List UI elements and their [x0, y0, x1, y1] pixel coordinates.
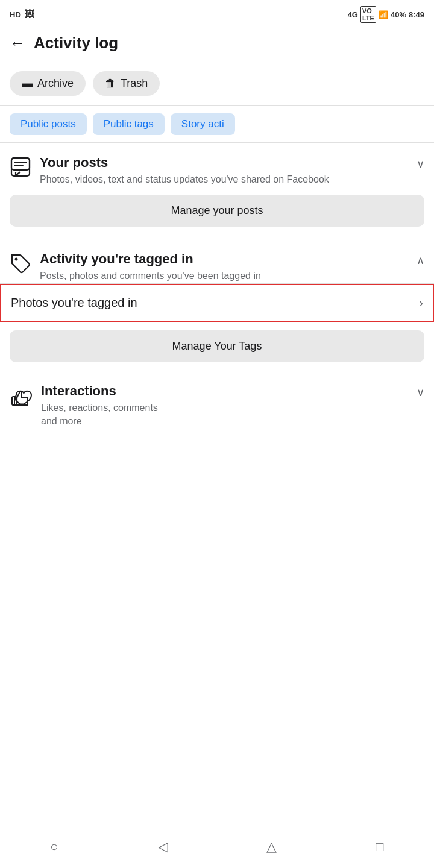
svg-rect-4 — [14, 162, 27, 163]
photos-tagged-chevron-right: › — [419, 296, 423, 310]
interactions-icon — [10, 385, 33, 412]
activity-tagged-chevron[interactable]: ∧ — [417, 254, 424, 267]
current-time: 8:49 — [409, 10, 424, 19]
back-nav-icon: ◁ — [158, 839, 168, 855]
trash-icon: 🗑 — [105, 77, 116, 90]
your-posts-text: Your posts Photos, videos, text and stat… — [40, 155, 329, 186]
interactions-section: Interactions Likes, reactions, comments … — [0, 371, 434, 435]
nav-recent[interactable]: □ — [356, 839, 404, 855]
network-type: 4G — [348, 10, 358, 19]
interactions-text: Interactions Likes, reactions, comments … — [41, 383, 408, 429]
manage-your-tags-button[interactable]: Manage Your Tags — [10, 330, 424, 362]
page-header: ← Activity log — [0, 27, 434, 61]
archive-label: Archive — [37, 77, 74, 90]
your-posts-icon-title: Your posts Photos, videos, text and stat… — [10, 155, 329, 186]
action-buttons-row: ▬ Archive 🗑 Trash — [0, 61, 434, 106]
interactions-desc: Likes, reactions, comments and more — [41, 401, 408, 429]
nav-back[interactable]: ◁ — [139, 839, 187, 855]
hd-indicator: HD — [10, 10, 21, 19]
tag-icon — [10, 253, 31, 278]
manage-tags-wrapper: Manage Your Tags — [0, 322, 434, 371]
posts-icon — [10, 156, 31, 182]
svg-rect-1 — [11, 158, 30, 170]
trash-button[interactable]: 🗑 Trash — [93, 71, 160, 96]
status-bar: HD 🖼 4G VOLTE 📶 40% 8:49 — [0, 0, 434, 27]
signal-icon: 📶 — [379, 10, 388, 19]
your-posts-desc: Photos, videos, text and status updates … — [40, 173, 329, 186]
filter-tabs-row: Public posts Public tags Story acti — [0, 106, 434, 143]
activity-tagged-desc: Posts, photos and comments you've been t… — [40, 269, 261, 283]
manage-your-posts-button[interactable]: Manage your posts — [10, 195, 424, 227]
image-icon: 🖼 — [25, 9, 34, 20]
activity-tagged-header: Activity you're tagged in Posts, photos … — [10, 251, 424, 283]
overview-icon: △ — [266, 839, 277, 855]
your-posts-section: Your posts Photos, videos, text and stat… — [0, 143, 434, 239]
your-posts-title: Your posts — [40, 155, 329, 171]
archive-button[interactable]: ▬ Archive — [10, 71, 86, 96]
trash-label: Trash — [121, 77, 148, 90]
activity-tagged-section: Activity you're tagged in Posts, photos … — [0, 239, 434, 283]
home-icon: ○ — [50, 839, 58, 855]
recent-apps-icon: □ — [376, 839, 383, 855]
bottom-navigation: ○ ◁ △ □ — [0, 825, 434, 868]
battery-level: 40% — [391, 10, 406, 19]
nav-home[interactable]: ○ — [30, 839, 78, 855]
nav-overview[interactable]: △ — [247, 839, 295, 855]
your-posts-header: Your posts Photos, videos, text and stat… — [10, 155, 424, 186]
interactions-title: Interactions — [41, 383, 116, 398]
page-title: Activity log — [34, 34, 118, 52]
interactions-chevron[interactable]: ∨ — [417, 386, 424, 399]
svg-point-6 — [15, 258, 18, 261]
svg-rect-0 — [11, 158, 30, 176]
status-right: 4G VOLTE 📶 40% 8:49 — [348, 6, 424, 23]
volte-icon: VOLTE — [360, 6, 376, 23]
archive-icon: ▬ — [22, 77, 33, 90]
svg-line-3 — [16, 172, 20, 175]
your-posts-chevron[interactable]: ∨ — [417, 157, 424, 171]
activity-tagged-title: Activity you're tagged in — [40, 251, 261, 267]
status-left: HD 🖼 — [10, 9, 34, 20]
interactions-header: Interactions Likes, reactions, comments … — [10, 383, 424, 429]
photos-tagged-label: Photos you're tagged in — [11, 296, 137, 310]
tab-story-activity[interactable]: Story acti — [171, 113, 235, 135]
photos-tagged-row[interactable]: Photos you're tagged in › — [0, 284, 434, 322]
back-button[interactable]: ← — [10, 34, 25, 52]
tab-public-tags[interactable]: Public tags — [93, 113, 165, 135]
interactions-desc-text: Likes, reactions, comments — [41, 403, 158, 413]
and-more-text: and more — [41, 416, 82, 426]
tab-public-posts[interactable]: Public posts — [10, 113, 87, 135]
activity-tagged-icon-title: Activity you're tagged in Posts, photos … — [10, 251, 261, 283]
activity-tagged-text: Activity you're tagged in Posts, photos … — [40, 251, 261, 283]
svg-rect-5 — [14, 165, 24, 166]
